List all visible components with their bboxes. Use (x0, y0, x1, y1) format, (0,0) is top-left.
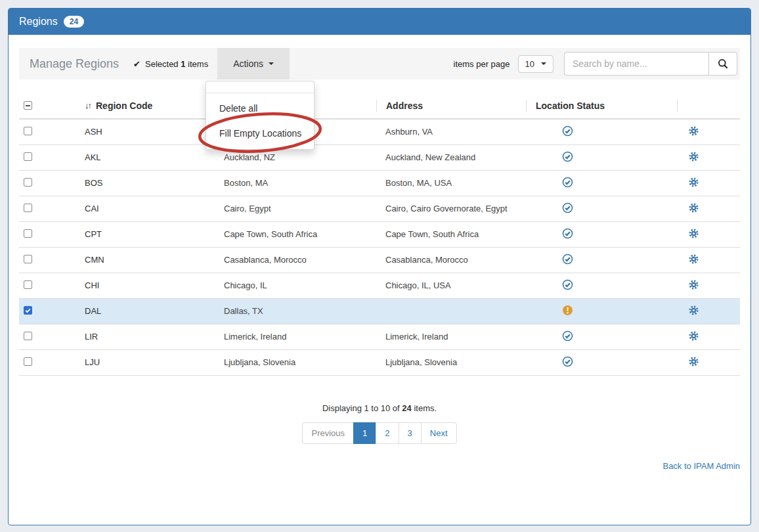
address-cell: Casablanca, Morocco (376, 247, 526, 273)
selected-items-text: Selected 1 items (145, 59, 208, 69)
row-checkbox[interactable] (24, 178, 32, 187)
region-code-cell: LIR (76, 324, 215, 349)
row-settings-button[interactable] (689, 126, 699, 136)
panel-body: Manage Regions ✔ Selected 1 items Action… (9, 35, 750, 472)
regions-table: ↓↑ Region Code Address Location Status (19, 93, 740, 376)
actions-button-label: Actions (233, 58, 263, 69)
gear-icon (689, 254, 699, 264)
check-icon: ✔ (133, 59, 141, 69)
row-settings-button[interactable] (689, 177, 699, 187)
location-status-cell (526, 221, 677, 247)
search-button[interactable] (708, 52, 737, 76)
check-circle-icon (562, 356, 573, 367)
page-number-2[interactable]: 2 (376, 422, 399, 444)
name-cell: Casablanca, Morocco (215, 247, 376, 273)
table-row: ASH Ashburn, VA (19, 119, 740, 144)
row-checkbox[interactable] (24, 152, 32, 161)
page-previous[interactable]: Previous (302, 422, 354, 444)
region-code-cell: CAI (76, 196, 215, 221)
gear-icon (689, 126, 699, 136)
table-row: AKL Auckland, NZ Auckland, New Zealand (19, 144, 740, 170)
address-cell (376, 298, 526, 324)
header-location-status: Location Status (526, 93, 677, 119)
table-row: CMN Casablanca, Morocco Casablanca, Moro… (19, 247, 740, 273)
page-number-1[interactable]: 1 (353, 422, 376, 444)
row-settings-button[interactable] (689, 152, 699, 162)
region-code-cell: LJU (76, 349, 215, 375)
region-code-cell: AKL (76, 144, 215, 170)
location-status-cell (526, 119, 677, 144)
row-checkbox[interactable] (24, 127, 32, 135)
name-cell: Ljubljana, Slovenia (215, 349, 376, 375)
row-checkbox[interactable] (24, 255, 32, 263)
address-cell: Cape Town, South Africa (376, 221, 526, 247)
items-per-page-select[interactable]: 10 (518, 55, 553, 73)
table-row: LIR Limerick, Ireland Limerick, Ireland (19, 324, 740, 349)
search-input[interactable] (564, 52, 708, 76)
row-settings-button[interactable] (689, 357, 699, 366)
row-checkbox[interactable] (24, 204, 32, 212)
location-status-cell (526, 324, 677, 349)
row-settings-button[interactable] (689, 254, 699, 264)
region-code-cell: CPT (76, 221, 215, 247)
address-cell: Ashburn, VA (376, 119, 526, 144)
regions-panel: Regions 24 Manage Regions ✔ Selected 1 i… (8, 8, 751, 525)
location-status-cell (526, 247, 677, 273)
name-cell: Limerick, Ireland (215, 324, 376, 349)
manage-regions-heading: Manage Regions (30, 57, 119, 71)
name-cell: Boston, MA (215, 170, 376, 196)
row-checkbox[interactable] (24, 306, 32, 315)
table-header-row: ↓↑ Region Code Address Location Status (19, 93, 740, 119)
row-settings-button[interactable] (689, 305, 699, 315)
row-settings-button[interactable] (689, 229, 699, 238)
header-address: Address (376, 93, 526, 119)
caret-down-icon (541, 62, 546, 65)
address-cell: Cairo, Cairo Governorate, Egypt (376, 196, 526, 221)
menu-item-fill-empty-locations[interactable]: Fill Empty Locations (206, 121, 314, 146)
page-number-3[interactable]: 3 (399, 422, 422, 444)
select-all-checkbox[interactable] (24, 101, 32, 110)
actions-menu: Delete allFill Empty Locations (206, 81, 314, 150)
address-cell: Auckland, New Zealand (376, 144, 526, 170)
page-next[interactable]: Next (421, 422, 457, 444)
row-settings-button[interactable] (689, 203, 699, 213)
row-checkbox[interactable] (24, 229, 32, 238)
region-count-badge: 24 (64, 16, 84, 28)
menu-item-delete-all[interactable]: Delete all (206, 96, 314, 121)
pagination: Previous123Next (19, 422, 740, 444)
gear-icon (689, 331, 699, 341)
name-cell: Cape Town, South Africa (215, 221, 376, 247)
selection-summary: ✔ Selected 1 items (133, 59, 208, 69)
panel-header: Regions 24 (9, 9, 750, 35)
footer-links: Back to IPAM Admin (19, 460, 740, 472)
location-status-cell (526, 196, 677, 221)
check-circle-icon (562, 177, 573, 188)
table-row: CAI Cairo, Egypt Cairo, Cairo Governorat… (19, 196, 740, 221)
check-circle-icon (562, 151, 573, 162)
search-group (564, 52, 737, 76)
header-region-code[interactable]: ↓↑ Region Code (76, 93, 215, 119)
address-cell: Ljubljana, Slovenia (376, 349, 526, 375)
region-code-cell: DAL (76, 298, 215, 324)
row-settings-button[interactable] (689, 331, 699, 341)
gear-icon (689, 229, 699, 238)
name-cell: Chicago, IL (215, 273, 376, 298)
gear-icon (689, 177, 699, 187)
check-circle-icon (562, 254, 573, 265)
address-cell: Limerick, Ireland (376, 324, 526, 349)
row-checkbox[interactable] (24, 280, 32, 289)
table-row: DAL Dallas, TX (19, 298, 740, 324)
address-cell: Chicago, IL, USA (376, 273, 526, 298)
back-to-ipam-link[interactable]: Back to IPAM Admin (662, 461, 740, 471)
check-circle-icon (562, 202, 573, 213)
name-cell: Cairo, Egypt (215, 196, 376, 221)
gear-icon (689, 305, 699, 315)
row-checkbox[interactable] (24, 332, 32, 340)
header-settings (677, 93, 740, 119)
sort-icon[interactable]: ↓↑ (85, 100, 91, 110)
row-checkbox[interactable] (24, 357, 32, 366)
actions-button[interactable]: Actions (217, 48, 290, 79)
region-code-cell: CHI (76, 273, 215, 298)
row-settings-button[interactable] (689, 280, 699, 290)
location-status-cell (526, 349, 677, 375)
